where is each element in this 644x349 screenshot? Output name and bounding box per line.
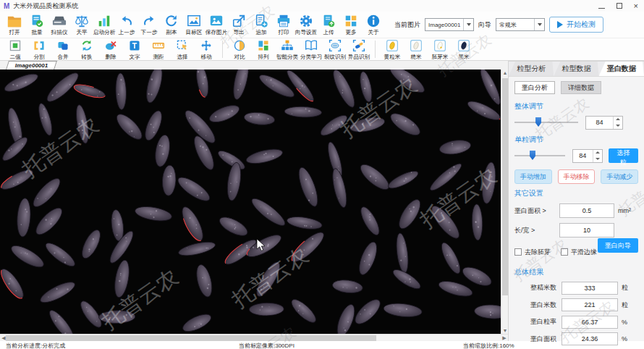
toolbar-button-text[interactable]: 文字 [122, 38, 146, 61]
toolbar-button-grain-brown[interactable]: 糙米 [404, 38, 428, 61]
overall-adjust-value: 84 [586, 117, 613, 129]
toolbar-button-analysis[interactable]: 启动分析 [93, 13, 115, 36]
manual-add-button[interactable]: 手动增加 [514, 169, 552, 184]
title-bar: M 大米外观品质检测系统 × [0, 0, 644, 12]
toolbar-button-info[interactable]: 关于 [362, 13, 384, 36]
smart-classify-icon [279, 38, 295, 53]
toolbar-button-balance[interactable]: 天平 [70, 13, 93, 36]
current-image-select[interactable]: Image00001 [425, 18, 474, 31]
toolbar-button-more[interactable]: 更多 [339, 13, 362, 36]
remove-germ-checkbox[interactable]: 去除胚芽 [514, 248, 551, 257]
single-slider-handle[interactable] [530, 151, 535, 160]
wizard-value: 常规米 [499, 21, 517, 29]
minimize-button[interactable] [598, 4, 605, 9]
toolbar-button-label: 副本 [166, 28, 177, 35]
toolbar-button-contrast[interactable]: 对比 [227, 38, 251, 61]
horizontal-scrollbar[interactable]: ◀ ▶ [0, 334, 508, 341]
toolbar-button-merge[interactable]: 合并 [51, 38, 75, 61]
toolbar-button-label: 导出 [233, 28, 244, 35]
tab-粒型数据[interactable]: 粒型数据 [554, 62, 598, 76]
select-grain-button[interactable]: 选择粒 [609, 148, 638, 163]
horizontal-scroll-thumb[interactable] [6, 335, 376, 341]
result-value-input[interactable]: 221 [562, 298, 618, 311]
manual-remove-button[interactable]: 手动移除 [558, 169, 596, 184]
toolbar-button-foreign-detect[interactable]: 异品识别 [347, 38, 370, 61]
toolbar-button-select[interactable]: 选择 [170, 38, 194, 61]
spin-down-icon[interactable] [593, 156, 602, 162]
toolbar-button-scanner[interactable]: 扫描仪 [48, 13, 70, 36]
start-detect-button[interactable]: 开始检测 [549, 17, 603, 33]
vertical-scroll-thumb[interactable] [502, 78, 508, 295]
toolbar-button-label: 异品识别 [347, 53, 369, 60]
result-value-input[interactable]: 24.36 [562, 332, 618, 345]
wizard-select[interactable]: 常规米 [496, 18, 545, 31]
rice-image-canvas[interactable]: 托普云农托普云农托普云农托普云农托普云农 [0, 70, 501, 334]
toolbar-button-append[interactable]: 追加 [250, 13, 272, 36]
chalk-analysis-button[interactable]: 垩白分析 [514, 81, 555, 94]
toolbar-button-arrange[interactable]: 排列 [251, 38, 275, 61]
toolbar-button-move[interactable]: 移动 [194, 38, 218, 61]
toolbar-button-copy[interactable]: 副本 [160, 13, 182, 36]
copy-icon [164, 13, 179, 28]
manual-decrease-button[interactable]: 手动减少 [601, 169, 638, 184]
single-adjust-slider[interactable] [514, 155, 565, 156]
maximize-button[interactable] [617, 3, 622, 9]
play-icon [557, 21, 563, 28]
spin-down-icon[interactable] [614, 122, 622, 129]
overall-adjust-input[interactable]: 84 [585, 116, 623, 130]
result-value-input[interactable]: 333 [562, 282, 618, 295]
chalk-area-unit: mm² [618, 207, 631, 214]
toolbar-button-upload[interactable]: 上传 [317, 13, 339, 36]
toolbar-button-grain-black[interactable]: 黑米 [452, 38, 475, 61]
detail-data-button[interactable]: 详细数据 [561, 81, 601, 94]
spin-up-icon[interactable] [614, 117, 622, 123]
toolbar-button-smart-classify[interactable]: 智能分类 [275, 38, 299, 61]
toolbar-button-folder-open[interactable]: 打开 [3, 13, 25, 36]
toolbar-button-grain-germ[interactable]: 胚芽米 [428, 38, 452, 61]
chalk-wizard-button[interactable]: 垩白向导 [598, 238, 638, 253]
smooth-edge-checkbox[interactable]: 平滑边缘 [561, 248, 597, 257]
scroll-right-icon[interactable]: ▶ [501, 335, 508, 341]
toolbar-button-label: 二值 [9, 53, 20, 60]
toolbar-button-split[interactable]: 分割 [27, 38, 51, 61]
status-analysis-progress: 当前分析进度:分析完成 [6, 342, 65, 349]
toolbar-button-label: 打印 [278, 28, 289, 35]
toolbar-button-crack-detect[interactable]: 裂纹识别 [323, 38, 347, 61]
toolbar-button-measure[interactable]: 测距 [146, 38, 170, 61]
toolbar-button-convert[interactable]: 转换 [75, 38, 98, 61]
toolbar-button-binary[interactable]: 二值 [3, 38, 27, 61]
toolbar-button-gear[interactable]: 向导设置 [295, 13, 317, 36]
toolbar-button-delete[interactable]: 删除 [98, 38, 122, 61]
vertical-scrollbar[interactable]: ▲ ▼ [501, 70, 508, 334]
single-adjust-input[interactable]: 84 [572, 149, 603, 163]
toolbar-button-label: 打开 [9, 28, 20, 35]
toolbar-button-redo[interactable]: 下一步 [137, 13, 160, 36]
spin-up-icon[interactable] [593, 150, 602, 156]
overall-adjust-slider[interactable] [514, 122, 578, 123]
toolbar-button-print[interactable]: 打印 [272, 13, 295, 36]
close-button[interactable]: × [634, 2, 638, 9]
single-adjust-label: 单粒调节 [514, 135, 638, 145]
chalk-area-input[interactable]: 0.5 [559, 203, 614, 218]
tab-垩白数据[interactable]: 垩白数据 [599, 62, 644, 76]
toolbar-button-undo[interactable]: 上一步 [115, 13, 137, 36]
crack-detect-icon [327, 38, 342, 53]
result-value-input[interactable]: 66.37 [562, 316, 618, 329]
length-width-input[interactable]: 10 [559, 223, 614, 237]
toolbar-button-target-area[interactable]: 目标区 [182, 13, 205, 36]
arrange-icon [255, 38, 271, 53]
tab-粒型分析[interactable]: 粒型分析 [509, 62, 554, 76]
toolbar-button-export[interactable]: 导出 [227, 13, 250, 36]
toolbar-button-label: 向导设置 [295, 28, 316, 35]
toolbar-button-batch[interactable]: 批量 [25, 13, 48, 36]
overall-slider-handle[interactable] [535, 117, 541, 127]
image-tab-label: Image00001 [15, 62, 48, 69]
image-tab[interactable]: Image00001 [6, 61, 57, 70]
toolbar-button-classify-learn[interactable]: 分类学习 [299, 38, 323, 61]
toolbar-button-grain-yellow[interactable]: 黄粒米 [380, 38, 404, 61]
toolbar-button-save-image[interactable]: 保存图片 [205, 13, 227, 36]
toolbar-button-label: 对比 [234, 53, 245, 60]
toolbar-separator [375, 41, 376, 58]
toolbar-button-label: 分割 [33, 53, 44, 60]
result-unit: 粒 [622, 300, 628, 310]
